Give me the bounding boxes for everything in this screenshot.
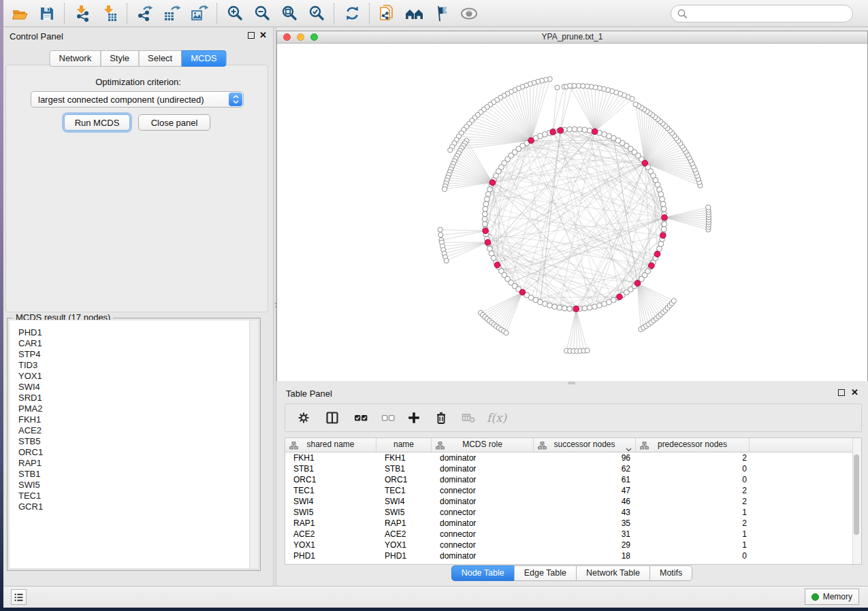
network-node[interactable] (557, 305, 562, 310)
table-row[interactable]: ORC1ORC1dominator610 (285, 474, 853, 485)
network-node[interactable] (587, 305, 592, 310)
network-hub-node[interactable] (550, 129, 556, 135)
search-box[interactable] (671, 5, 853, 22)
network-node[interactable] (585, 348, 590, 353)
mcds-result-item[interactable]: CAR1 (10, 338, 248, 349)
network-hub-node[interactable] (617, 294, 623, 300)
network-node[interactable] (572, 127, 577, 132)
zoom-selected-button[interactable] (303, 2, 330, 25)
network-hub-node[interactable] (634, 280, 641, 286)
tab-motifs[interactable]: Motifs (649, 565, 692, 581)
save-session-button[interactable] (33, 2, 61, 25)
network-hub-node[interactable] (489, 180, 496, 186)
run-mcds-button[interactable]: Run MCDS (64, 114, 130, 131)
tab-node-table[interactable]: Node Table (451, 565, 515, 581)
maximize-traffic-light[interactable] (310, 33, 318, 41)
tab-network[interactable]: Network (49, 50, 101, 67)
network-hub-node[interactable] (573, 306, 579, 312)
column-header-name[interactable]: name (376, 438, 432, 452)
mcds-result-item[interactable]: FKH1 (10, 414, 248, 425)
network-node[interactable] (706, 205, 711, 210)
zoom-fit-button[interactable] (276, 2, 303, 25)
table-row[interactable]: ACE2ACE2connector311 (285, 529, 853, 540)
network-node[interactable] (482, 222, 487, 227)
add-column-button[interactable] (404, 408, 424, 428)
network-node[interactable] (547, 303, 553, 308)
select-all-button[interactable] (351, 408, 371, 428)
mcds-result-item[interactable]: ORC1 (10, 447, 248, 458)
tab-edge-table[interactable]: Edge Table (514, 565, 577, 581)
network-node[interactable] (577, 127, 583, 132)
memory-button[interactable]: Memory (805, 589, 859, 605)
network-node[interactable] (562, 306, 567, 311)
graphics-details-button[interactable] (428, 2, 455, 25)
table-row[interactable]: FKH1FKH1dominator962 (285, 452, 853, 463)
network-node[interactable] (582, 127, 588, 133)
tab-mcds[interactable]: MCDS (181, 50, 226, 67)
network-hub-node[interactable] (649, 263, 655, 269)
mcds-result-item[interactable]: STB5 (10, 436, 248, 447)
network-node[interactable] (483, 206, 488, 212)
mcds-result-item[interactable]: SWI5 (10, 480, 248, 491)
network-hub-node[interactable] (654, 251, 660, 257)
mcds-result-item[interactable]: GCR1 (10, 501, 248, 512)
network-hub-node[interactable] (662, 214, 668, 220)
table-row[interactable]: STB1STB1dominator620 (285, 463, 853, 474)
task-history-button[interactable] (11, 589, 27, 605)
table-row[interactable]: RAP1RAP1dominator352 (285, 518, 853, 529)
network-node[interactable] (555, 85, 560, 90)
network-node[interactable] (592, 304, 597, 310)
import-table-button[interactable] (96, 2, 123, 25)
network-node[interactable] (484, 197, 489, 202)
export-table-button[interactable] (159, 2, 186, 25)
deselect-all-button[interactable] (378, 408, 398, 428)
minimize-traffic-light[interactable] (297, 33, 304, 41)
import-network-button[interactable] (69, 2, 96, 25)
network-window-titlebar[interactable]: YPA_prune.txt_1 (277, 31, 867, 44)
mcds-result-item[interactable]: SRD1 (10, 393, 248, 403)
network-hub-node[interactable] (592, 129, 598, 135)
column-header-shared-name[interactable]: shared name (285, 438, 376, 452)
column-header-successor-nodes[interactable]: successor nodes (534, 438, 636, 452)
toggle-column-panel-button[interactable] (322, 408, 342, 428)
table-scrollbar[interactable] (852, 438, 861, 564)
close-panel-button[interactable]: Close panel (138, 114, 210, 131)
network-hub-node[interactable] (558, 127, 564, 133)
welcome-screen-button[interactable] (401, 2, 428, 25)
float-panel-icon[interactable] (838, 389, 845, 396)
network-canvas[interactable] (277, 44, 867, 381)
export-image-button[interactable] (186, 2, 213, 25)
network-node[interactable] (587, 128, 592, 133)
table-row[interactable]: YOX1YOX1connector291 (285, 540, 853, 550)
tab-style[interactable]: Style (100, 50, 139, 67)
mcds-result-item[interactable]: PMA2 (10, 403, 248, 414)
mcds-result-list[interactable]: PHD1CAR1STP4TID3YOX1SWI4SRD1PMA2FKH1ACE2… (9, 320, 259, 569)
network-hub-node[interactable] (528, 137, 534, 144)
show-hide-button[interactable] (455, 2, 483, 25)
network-hub-node[interactable] (483, 228, 489, 234)
table-row[interactable]: SWI5SWI5connector431 (285, 507, 853, 518)
mcds-result-item[interactable]: PHD1 (10, 327, 248, 338)
mcds-list-scrollbar[interactable] (249, 320, 258, 568)
network-hub-node[interactable] (494, 262, 500, 268)
column-header-mcds-role[interactable]: MCDS role (432, 438, 534, 452)
mcds-result-item[interactable]: SWI4 (10, 382, 248, 393)
close-panel-icon[interactable]: ✕ (259, 30, 267, 41)
mcds-result-item[interactable]: STP4 (10, 349, 248, 360)
mcds-result-item[interactable]: TID3 (10, 360, 248, 371)
network-node[interactable] (660, 197, 665, 202)
network-node[interactable] (661, 206, 666, 212)
network-node[interactable] (662, 222, 667, 227)
network-node[interactable] (438, 233, 443, 237)
network-node[interactable] (504, 331, 509, 335)
refresh-layout-button[interactable] (338, 2, 366, 25)
network-hub-node[interactable] (642, 161, 648, 167)
mcds-result-item[interactable]: ACE2 (10, 425, 248, 436)
network-node[interactable] (671, 299, 676, 303)
network-hub-node[interactable] (660, 233, 666, 239)
network-node[interactable] (660, 201, 666, 207)
network-hub-node[interactable] (519, 289, 526, 295)
network-node[interactable] (444, 259, 449, 263)
table-row[interactable]: SWI4SWI4dominator462 (285, 496, 853, 507)
optimization-criterion-select[interactable]: largest connected component (undirected) (31, 91, 244, 108)
